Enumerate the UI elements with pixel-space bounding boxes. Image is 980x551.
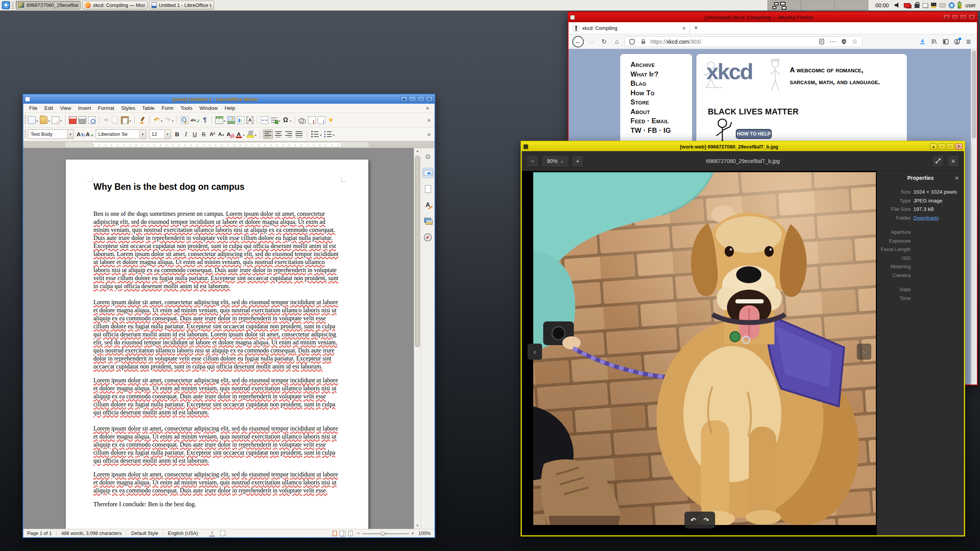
paste-icon[interactable] — [120, 116, 132, 125]
dropdown-caret-icon[interactable] — [129, 117, 131, 124]
hamburger-menu-icon[interactable] — [965, 38, 972, 46]
close-properties-icon[interactable] — [955, 175, 959, 182]
highlight-color-icon[interactable] — [246, 130, 257, 139]
reload-button[interactable]: ↻ — [599, 37, 609, 47]
disk-icon[interactable] — [939, 3, 946, 7]
strikethrough-icon[interactable]: S — [199, 130, 208, 139]
zoom-level-dropdown[interactable]: 90% — [541, 155, 569, 167]
bold-icon[interactable]: B — [173, 130, 181, 139]
font-name-combo[interactable]: Liberation Se — [96, 129, 146, 139]
dropdown-caret-icon[interactable] — [59, 117, 62, 124]
insert-field-icon[interactable] — [270, 116, 281, 125]
xkcd-nav-item[interactable]: About — [630, 107, 692, 117]
toolbar-overflow-icon[interactable] — [425, 131, 433, 138]
clear-formatting-icon[interactable]: A — [226, 130, 234, 139]
find-replace-icon[interactable] — [180, 116, 189, 125]
numbered-list-icon[interactable] — [323, 129, 335, 139]
account-icon[interactable] — [953, 38, 961, 46]
insert-image-icon[interactable] — [227, 116, 236, 125]
rotate-right-button[interactable] — [704, 516, 709, 524]
page-actions-icon[interactable] — [829, 38, 836, 46]
new-tab-button[interactable] — [690, 22, 702, 34]
menu-item[interactable]: Table — [139, 104, 158, 112]
dropdown-caret-icon[interactable] — [47, 117, 50, 124]
toolbar-overflow-icon[interactable] — [425, 117, 433, 124]
new-document-icon[interactable] — [27, 116, 39, 125]
previous-image-button[interactable] — [528, 344, 542, 360]
menu-item[interactable]: Window — [196, 104, 221, 112]
tab-xkcd[interactable]: xkcd: Compiling — [569, 22, 690, 34]
menu-item[interactable]: File — [26, 104, 41, 112]
bullet-list-icon[interactable] — [310, 129, 322, 139]
xkcd-nav-item[interactable]: How To — [630, 88, 692, 98]
page-style[interactable]: Default Style — [131, 531, 158, 536]
workspace-3[interactable] — [835, 1, 868, 10]
menu-item[interactable]: Tools — [177, 104, 196, 112]
clone-formatting-icon[interactable] — [137, 116, 147, 125]
italic-icon[interactable]: I — [182, 130, 190, 139]
fullscreen-button[interactable] — [932, 155, 944, 167]
copy-icon[interactable] — [111, 116, 120, 125]
volume-icon[interactable] — [895, 2, 901, 8]
window-menu-icon[interactable] — [570, 15, 575, 20]
font-color-icon[interactable]: A — [235, 130, 245, 139]
close-document-icon[interactable] — [423, 105, 432, 111]
combo-arrow-icon[interactable] — [67, 130, 74, 139]
document-paragraph[interactable]: Therefore I conclude: Ben is the best do… — [93, 500, 341, 508]
library-icon[interactable] — [930, 38, 938, 46]
multi-page-view-icon[interactable] — [340, 531, 344, 536]
taskbar-window-writer[interactable]: Untitled 1 - LibreOffice W... — [149, 1, 214, 10]
insert-bookmark-icon[interactable]: ★ — [327, 116, 335, 125]
dropdown-caret-icon[interactable] — [160, 117, 162, 124]
url-bar[interactable]: https://xkcd.com/303/ — [624, 36, 862, 47]
single-page-view-icon[interactable] — [333, 531, 337, 536]
dropdown-caret-icon[interactable] — [319, 131, 322, 138]
menu-item[interactable]: Form — [158, 104, 177, 112]
dropdown-caret-icon[interactable] — [171, 117, 173, 124]
open-icon[interactable] — [39, 116, 51, 125]
forward-button[interactable]: → — [586, 37, 596, 47]
dropdown-caret-icon[interactable] — [242, 131, 245, 138]
underline-icon[interactable]: U — [191, 130, 199, 139]
insert-mode-icon[interactable] — [209, 530, 215, 536]
battery-icon[interactable] — [958, 2, 961, 8]
close-button[interactable] — [968, 14, 975, 20]
menu-item[interactable]: Styles — [118, 104, 139, 112]
insert-footnote-icon[interactable] — [307, 116, 317, 125]
document-paragraph[interactable]: Lorem ipsum dolor sit amet, consectetur … — [93, 298, 341, 370]
print-icon[interactable] — [78, 116, 87, 125]
xkcd-nav-item[interactable]: Blag — [630, 79, 692, 88]
dropdown-caret-icon[interactable] — [223, 117, 225, 124]
app-menu-icon[interactable] — [2, 1, 10, 9]
lock-icon[interactable] — [639, 38, 647, 46]
zoom-in-button[interactable] — [572, 155, 584, 167]
page-scrollbar-thumb[interactable] — [972, 51, 976, 139]
page-break-icon[interactable] — [260, 116, 269, 125]
page-count[interactable]: Page 1 of 1 — [27, 531, 52, 536]
cut-icon[interactable]: ✂ — [102, 116, 111, 125]
undo-icon[interactable]: ↶ — [152, 116, 163, 125]
window-menu-icon[interactable] — [25, 96, 30, 102]
menu-item[interactable]: Format — [95, 104, 118, 112]
xkcd-nav-item[interactable]: Archive — [630, 60, 692, 70]
menu-item[interactable]: Help — [221, 104, 239, 112]
sidebar-settings-icon[interactable]: ⚙ — [423, 152, 433, 162]
sidebar-page-icon[interactable] — [423, 184, 433, 194]
reader-mode-icon[interactable] — [818, 38, 825, 46]
clock[interactable]: 00:00 — [875, 2, 889, 8]
combo-arrow-icon[interactable] — [139, 130, 146, 139]
zoom-in-icon[interactable] — [411, 530, 414, 536]
dropdown-caret-icon[interactable] — [332, 131, 335, 138]
home-button[interactable]: ⌂ — [612, 37, 622, 47]
url-text[interactable]: https://xkcd.com/303/ — [650, 39, 814, 45]
qubes-manager-icon[interactable] — [949, 2, 955, 8]
minimize-button[interactable] — [409, 96, 416, 102]
xkcd-nav-item[interactable]: What If? — [630, 70, 692, 79]
tab-close-icon[interactable] — [682, 25, 686, 31]
bookmark-star-icon[interactable] — [851, 38, 859, 46]
align-justify-icon[interactable] — [294, 129, 304, 139]
document-text[interactable]: Why Ben is the best dog on campus Ben is… — [93, 182, 341, 514]
unsaved-changes-icon[interactable] — [220, 531, 225, 536]
page-scrollbar[interactable] — [971, 49, 977, 385]
book-view-icon[interactable] — [348, 531, 353, 536]
